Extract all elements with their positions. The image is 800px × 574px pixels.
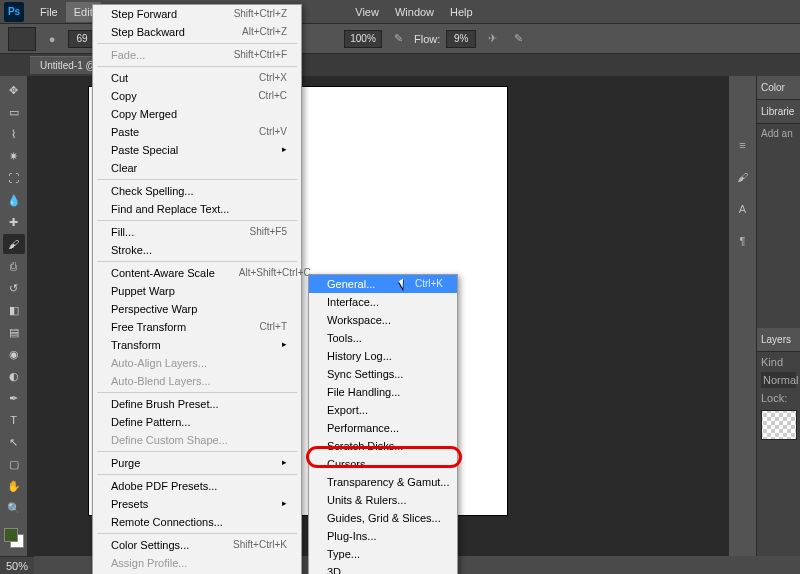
airbrush-icon[interactable]: ✈ [482, 29, 502, 49]
eraser-tool[interactable]: ◧ [3, 300, 25, 320]
hand-tool[interactable]: ✋ [3, 476, 25, 496]
type-tool[interactable]: T [3, 410, 25, 430]
gradient-tool[interactable]: ▤ [3, 322, 25, 342]
layer-thumbnail[interactable] [761, 410, 797, 440]
blend-mode[interactable]: Normal [761, 372, 796, 388]
edit-menu-item-cut[interactable]: CutCtrl+X [93, 69, 301, 87]
prefs-menu-item-guides-grid-slices[interactable]: Guides, Grid & Slices... [309, 509, 457, 527]
prefs-menu-item-3d[interactable]: 3D... [309, 563, 457, 574]
pressure-opacity-icon[interactable]: ✎ [388, 29, 408, 49]
history-panel-icon[interactable]: ≡ [733, 136, 753, 154]
move-tool[interactable]: ✥ [3, 80, 25, 100]
zoom-tool[interactable]: 🔍 [3, 498, 25, 518]
prefs-menu-item-workspace[interactable]: Workspace... [309, 311, 457, 329]
menu-file[interactable]: File [32, 2, 66, 22]
edit-menu-item-purge[interactable]: Purge▸ [93, 454, 301, 472]
brushes-panel-icon[interactable]: 🖌 [733, 168, 753, 186]
edit-menu-item-perspective-warp[interactable]: Perspective Warp [93, 300, 301, 318]
layers-panel-tab[interactable]: Layers [757, 328, 800, 352]
color-swatch[interactable] [4, 528, 24, 548]
foreground-color[interactable] [4, 528, 18, 542]
edit-menu-item-fill[interactable]: Fill...Shift+F5 [93, 223, 301, 241]
history-brush-tool[interactable]: ↺ [3, 278, 25, 298]
edit-menu-item-adobe-pdf-presets[interactable]: Adobe PDF Presets... [93, 477, 301, 495]
submenu-arrow-icon: ▸ [262, 144, 287, 156]
edit-menu-item-copy[interactable]: CopyCtrl+C [93, 87, 301, 105]
edit-menu-item-stroke[interactable]: Stroke... [93, 241, 301, 259]
menu-item-label: Free Transform [111, 321, 186, 333]
menu-item-label: Transparency & Gamut... [327, 476, 449, 488]
flow-value[interactable]: 9% [446, 30, 476, 48]
edit-menu-item-transform[interactable]: Transform▸ [93, 336, 301, 354]
menu-item-label: Find and Replace Text... [111, 203, 229, 215]
edit-menu-item-copy-merged[interactable]: Copy Merged [93, 105, 301, 123]
brush-tip-icon[interactable]: ● [42, 29, 62, 49]
edit-menu-separator [97, 474, 297, 475]
app-logo: Ps [4, 2, 24, 22]
prefs-menu-item-general[interactable]: General...Ctrl+K [309, 275, 457, 293]
menu-item-label: Tools... [327, 332, 362, 344]
menu-item-label: Purge [111, 457, 140, 469]
zoom-level[interactable]: 50% [6, 560, 28, 572]
edit-dropdown: Step ForwardShift+Ctrl+ZStep BackwardAlt… [92, 4, 302, 574]
tool-preset-picker[interactable] [8, 27, 36, 51]
menu-item-label: Clear [111, 162, 137, 174]
prefs-menu-item-export[interactable]: Export... [309, 401, 457, 419]
path-tool[interactable]: ↖ [3, 432, 25, 452]
shape-tool[interactable]: ▢ [3, 454, 25, 474]
edit-menu-item-find-and-replace-text[interactable]: Find and Replace Text... [93, 200, 301, 218]
edit-menu-item-content-aware-scale[interactable]: Content-Aware ScaleAlt+Shift+Ctrl+C [93, 264, 301, 282]
edit-menu-item-presets[interactable]: Presets▸ [93, 495, 301, 513]
edit-menu-item-step-backward[interactable]: Step BackwardAlt+Ctrl+Z [93, 23, 301, 41]
edit-menu-item-free-transform[interactable]: Free TransformCtrl+T [93, 318, 301, 336]
prefs-menu-item-history-log[interactable]: History Log... [309, 347, 457, 365]
character-panel-icon[interactable]: A [733, 200, 753, 218]
color-panel-tab[interactable]: Color [757, 76, 800, 100]
prefs-menu-item-file-handling[interactable]: File Handling... [309, 383, 457, 401]
menu-item-label: 3D... [327, 566, 350, 574]
edit-menu-item-paste-special[interactable]: Paste Special▸ [93, 141, 301, 159]
edit-menu-item-paste[interactable]: PasteCtrl+V [93, 123, 301, 141]
edit-menu-item-define-pattern[interactable]: Define Pattern... [93, 413, 301, 431]
marquee-tool[interactable]: ▭ [3, 102, 25, 122]
edit-menu-item-remote-connections[interactable]: Remote Connections... [93, 513, 301, 531]
preferences-submenu: General...Ctrl+KInterface...Workspace...… [308, 274, 458, 574]
prefs-menu-item-units-rulers[interactable]: Units & Rulers... [309, 491, 457, 509]
pressure-size-icon[interactable]: ✎ [508, 29, 528, 49]
edit-menu-item-clear[interactable]: Clear [93, 159, 301, 177]
eyedropper-tool[interactable]: 💧 [3, 190, 25, 210]
lasso-tool[interactable]: ⌇ [3, 124, 25, 144]
edit-menu-item-define-brush-preset[interactable]: Define Brush Preset... [93, 395, 301, 413]
prefs-menu-item-sync-settings[interactable]: Sync Settings... [309, 365, 457, 383]
brush-tool[interactable]: 🖌 [3, 234, 25, 254]
libraries-body: Add an [757, 124, 800, 328]
prefs-menu-item-interface[interactable]: Interface... [309, 293, 457, 311]
menu-item-label: Assign Profile... [111, 557, 187, 569]
edit-menu-item-check-spelling[interactable]: Check Spelling... [93, 182, 301, 200]
opacity-value[interactable]: 100% [344, 30, 382, 48]
edit-menu-item-step-forward[interactable]: Step ForwardShift+Ctrl+Z [93, 5, 301, 23]
prefs-menu-item-cursors[interactable]: Cursors... [309, 455, 457, 473]
libraries-panel-tab[interactable]: Librarie [757, 100, 800, 124]
menu-item-label: General... [327, 278, 375, 290]
prefs-menu-item-plug-ins[interactable]: Plug-Ins... [309, 527, 457, 545]
dodge-tool[interactable]: ◐ [3, 366, 25, 386]
prefs-menu-item-tools[interactable]: Tools... [309, 329, 457, 347]
pen-tool[interactable]: ✒ [3, 388, 25, 408]
stamp-tool[interactable]: ⎙ [3, 256, 25, 276]
healing-tool[interactable]: ✚ [3, 212, 25, 232]
edit-menu-item-puppet-warp[interactable]: Puppet Warp [93, 282, 301, 300]
prefs-menu-item-scratch-disks[interactable]: Scratch Disks... [309, 437, 457, 455]
blur-tool[interactable]: ◉ [3, 344, 25, 364]
paragraph-panel-icon[interactable]: ¶ [733, 232, 753, 250]
menu-view[interactable]: View [347, 2, 387, 22]
edit-menu-item-color-settings[interactable]: Color Settings...Shift+Ctrl+K [93, 536, 301, 554]
prefs-menu-item-transparency-gamut[interactable]: Transparency & Gamut... [309, 473, 457, 491]
wand-tool[interactable]: ✷ [3, 146, 25, 166]
menu-item-label: File Handling... [327, 386, 400, 398]
prefs-menu-item-type[interactable]: Type... [309, 545, 457, 563]
crop-tool[interactable]: ⛶ [3, 168, 25, 188]
prefs-menu-item-performance[interactable]: Performance... [309, 419, 457, 437]
menu-window[interactable]: Window [387, 2, 442, 22]
menu-help[interactable]: Help [442, 2, 481, 22]
